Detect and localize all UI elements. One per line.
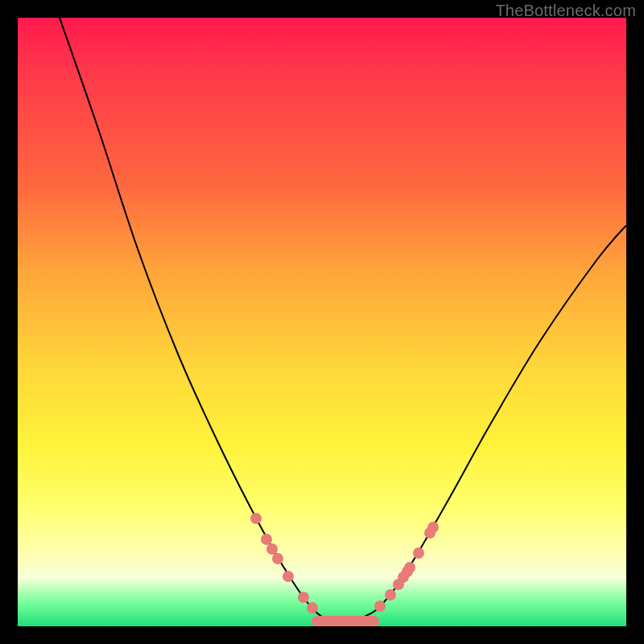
marker-left-6 [307,602,318,613]
marker-right-5 [404,562,415,573]
marker-right-1 [385,589,396,601]
marker-left-5 [298,592,309,603]
bottleneck-curve [60,18,626,622]
watermark-text: TheBottleneck.com [495,2,636,20]
marker-right-8 [427,522,439,533]
marker-left-0 [250,513,262,524]
marker-left-3 [272,553,283,564]
marker-left-2 [266,543,278,555]
chart-svg [18,18,626,626]
marker-right-6 [413,547,424,559]
marker-left-4 [283,571,294,582]
marker-right-0 [374,601,386,612]
plot-area [18,18,626,626]
chart-frame: TheBottleneck.com [0,0,644,644]
marker-left-1 [261,534,272,545]
